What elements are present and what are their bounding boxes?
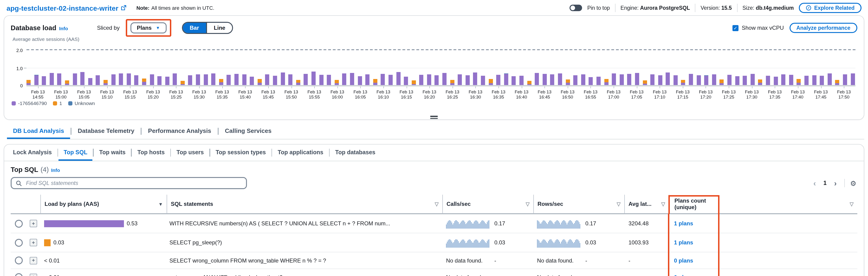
row-radio[interactable]	[14, 239, 23, 247]
column-header-rows-per-sec[interactable]: Rows/sec ▽	[533, 195, 624, 214]
sparkline-stroke	[553, 242, 553, 248]
plans-count-link[interactable]: 0 plans	[674, 257, 693, 264]
sparkline-stroke	[477, 240, 477, 248]
sliced-by-dropdown[interactable]: Plans ▼	[130, 22, 166, 33]
column-header-avg-latency[interactable]: Avg lat... ▽	[624, 195, 669, 214]
top-sql-info-link[interactable]: Info	[51, 167, 60, 173]
divider	[737, 4, 737, 12]
metric-cell: No data found.-	[442, 269, 533, 276]
plans-count-link[interactable]: 1 plans	[674, 239, 693, 246]
subtab-top-hosts[interactable]: Top hosts	[132, 145, 170, 161]
row-radio[interactable]	[14, 220, 23, 227]
sparkline-stroke	[463, 220, 463, 229]
sparkline-stroke	[488, 240, 488, 248]
sparkline-stroke	[475, 221, 475, 229]
db-load-info-link[interactable]: Info	[59, 26, 68, 31]
subtab-top-applications[interactable]: Top applications	[273, 145, 329, 161]
sql-statement-link[interactable]: autovacuum: ANALYZE public.rds_heartbeat…	[169, 274, 283, 276]
subtab-top-users[interactable]: Top users	[172, 145, 209, 161]
instance-name-link[interactable]: apg-testcluster-02-instance-writer	[6, 4, 126, 12]
sparkline-stroke	[558, 221, 559, 229]
bar-view-button[interactable]: Bar	[183, 23, 206, 33]
column-header-load-by-plans[interactable]: Load by plans (AAS) ▼	[40, 195, 167, 214]
sparkline-stroke	[575, 240, 576, 248]
tab-database-telemetry[interactable]: Database Telemetry	[72, 125, 141, 139]
sparkline-stroke	[476, 239, 476, 248]
subtab-top-session-types[interactable]: Top session types	[211, 145, 271, 161]
sparkline-stroke	[449, 239, 449, 248]
sparkline-stroke	[484, 241, 485, 248]
tab-divider	[209, 149, 210, 157]
x-tick-mark	[591, 86, 591, 88]
sparkline-stroke	[542, 240, 543, 248]
column-header-calls-per-sec[interactable]: Calls/sec ▽	[442, 195, 533, 214]
row-radio[interactable]	[14, 273, 23, 276]
x-tick-mark	[498, 86, 499, 88]
subtab-top-databases[interactable]: Top databases	[330, 145, 380, 161]
line-view-button[interactable]: Line	[206, 23, 232, 33]
expand-row-button[interactable]: +	[30, 239, 37, 246]
db-load-chart[interactable]	[27, 44, 856, 86]
sparkline-stroke	[482, 240, 482, 248]
search-input[interactable]	[25, 180, 242, 187]
x-axis-label: Feb 1317:00	[602, 86, 625, 99]
row-expand-cell: +	[27, 269, 40, 276]
column-header-sql-statements[interactable]: SQL statements ▽	[167, 195, 442, 214]
sql-statement-link[interactable]: SELECT pg_sleep(?)	[169, 239, 222, 246]
chart-bar	[481, 76, 485, 85]
expand-row-button[interactable]: +	[30, 220, 37, 227]
explore-related-button[interactable]: Explore Related	[799, 3, 862, 13]
top-sql-title: Top SQL	[11, 166, 38, 173]
filter-icon[interactable]: ▽	[661, 201, 665, 207]
analyze-performance-button[interactable]: Analyze performance	[789, 23, 857, 33]
pin-to-top-toggle[interactable]	[569, 5, 582, 11]
chart-bar	[65, 80, 69, 85]
subtab-top-waits[interactable]: Top waits	[94, 145, 131, 161]
chart-bar	[103, 80, 108, 85]
sparkline-stroke	[557, 220, 557, 229]
legend-swatch	[11, 101, 16, 105]
table-settings-button[interactable]: ⚙	[849, 180, 857, 187]
chart-bar	[181, 81, 185, 85]
y-tick-2: 2.0	[16, 48, 23, 53]
plans-count-link[interactable]: 1 plans	[674, 220, 693, 227]
x-tick-mark	[706, 86, 706, 88]
tab-performance-analysis[interactable]: Performance Analysis	[142, 125, 217, 139]
sparkline-stroke	[564, 239, 564, 248]
chart-bar	[373, 79, 377, 85]
filter-icon[interactable]: ▽	[526, 201, 530, 207]
metric-value: -	[585, 257, 587, 264]
chart-bar	[142, 79, 146, 85]
sql-statement-link[interactable]: WITH RECURSIVE numbers(n) AS ( SELECT ? …	[169, 220, 390, 227]
show-max-vcpu-checkbox[interactable]: ✓ Show max vCPU	[733, 25, 784, 31]
sparkline-stroke	[466, 243, 466, 248]
tab-calling-services[interactable]: Calling Services	[219, 125, 278, 139]
load-cell: 0.03	[40, 233, 167, 252]
sparkline-stroke	[567, 224, 567, 229]
tab-db-load-analysis[interactable]: DB Load Analysis	[7, 125, 70, 139]
expand-row-button[interactable]: +	[30, 273, 37, 276]
column-label: Calls/sec	[446, 201, 471, 207]
sparkline-stroke	[546, 242, 547, 248]
previous-page-button[interactable]: ‹	[811, 178, 819, 188]
sql-statement-link[interactable]: SELECT wrong_column FROM wrong_table WHE…	[169, 257, 326, 264]
expand-row-button[interactable]: +	[30, 257, 37, 264]
filter-icon[interactable]: ▽	[850, 201, 854, 207]
row-radio[interactable]	[14, 256, 23, 265]
subtab-lock-analysis[interactable]: Lock Analysis	[8, 145, 57, 161]
sort-desc-icon[interactable]: ▼	[158, 201, 163, 206]
plans-count-link[interactable]: 0 plans	[674, 274, 693, 276]
legend-label: Unknown	[75, 100, 95, 106]
column-header-plans-count[interactable]: Plans count (unique)	[669, 195, 723, 214]
no-data-text: No data found.	[446, 257, 491, 264]
filter-icon[interactable]: ▽	[435, 201, 439, 207]
avg-latency-value: -	[628, 274, 630, 276]
sparkline-stroke	[538, 221, 538, 229]
sparkline-stroke	[540, 223, 540, 229]
divider	[615, 4, 616, 12]
panel-resize-handle[interactable]	[430, 116, 438, 119]
next-page-button[interactable]: ›	[831, 178, 839, 188]
filter-icon[interactable]: ▽	[617, 201, 621, 207]
chart-legend: -17656467901Unknown	[11, 100, 857, 106]
subtab-top-sql[interactable]: Top SQL	[59, 145, 92, 161]
